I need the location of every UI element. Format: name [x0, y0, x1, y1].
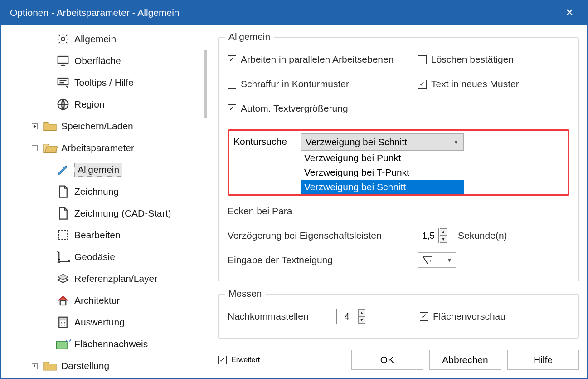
tree-item[interactable]: Region: [5, 94, 208, 115]
checkbox-delete-confirm-label: Löschen bestätigen: [431, 54, 514, 65]
svg-point-11: [61, 322, 62, 324]
tree-item-label: Referenzplan/Layer: [74, 273, 157, 284]
folder-o-icon: [42, 140, 58, 156]
globe-icon: [55, 97, 71, 112]
checkbox-auto-textscale-label: Autom. Textvergrößerung: [241, 103, 348, 114]
text-slant-label: Eingabe der Textneigung: [228, 255, 418, 266]
tree-item[interactable]: YZXGeodäsie: [5, 246, 208, 268]
checkbox-erweitert-label: Erweitert: [231, 356, 260, 364]
decimals-label: Nachkommastellen: [228, 311, 336, 322]
tree-item[interactable]: Oberfläche: [5, 50, 208, 72]
dialog-footer: ✓ Erweitert OK Abbrechen Hilfe: [218, 342, 579, 378]
svg-point-0: [61, 37, 65, 41]
checkbox-parallel-label: Arbeiten in parallelen Arbeitsebenen: [241, 54, 394, 65]
svg-text:m²: m²: [66, 338, 71, 343]
tree-item[interactable]: Zeichnung (CAD-Start): [5, 202, 208, 224]
checkbox-auto-textscale[interactable]: ✓: [228, 104, 236, 113]
svg-point-13: [64, 322, 66, 324]
svg-point-12: [63, 322, 64, 324]
svg-rect-8: [60, 300, 66, 305]
house-icon: [55, 293, 71, 308]
tree-item[interactable]: +Speichern/Laden: [5, 115, 208, 137]
delay-stepper[interactable]: ▲ ▼: [418, 228, 447, 243]
tree-item-label: Allgemein: [74, 163, 122, 177]
tooltip-icon: [55, 75, 71, 90]
delay-input[interactable]: [418, 228, 439, 243]
tree-item-label: Tooltips / Hilfe: [74, 77, 134, 88]
decimals-input[interactable]: [336, 309, 357, 324]
tree-item-label: Zeichnung: [74, 186, 119, 197]
delay-spin-up-icon[interactable]: ▲: [440, 228, 447, 236]
checkbox-delete-confirm[interactable]: [418, 55, 427, 64]
tree-item[interactable]: Allgemein: [5, 28, 208, 50]
pencil-icon: [55, 162, 71, 177]
delay-unit: Sekunde(n): [458, 230, 507, 241]
checkbox-erweitert[interactable]: ✓: [218, 356, 227, 364]
corners-parallel-label: Ecken bei Para: [228, 206, 292, 217]
tree-item[interactable]: −Arbeitsparameter: [5, 137, 208, 159]
decimals-spin-up-icon[interactable]: ▲: [358, 309, 365, 316]
tree-item[interactable]: Referenzplan/Layer: [5, 268, 208, 290]
tree-item-label: Oberfläche: [74, 55, 121, 66]
options-window: Optionen - Arbeitsparameter - Allgemein …: [0, 0, 588, 379]
svg-rect-2: [58, 78, 68, 85]
svg-text:Y: Y: [57, 251, 60, 256]
cancel-button[interactable]: Abbrechen: [429, 350, 501, 370]
tree-item[interactable]: Auswertung: [5, 311, 208, 333]
tree-item[interactable]: Architektur: [5, 290, 208, 311]
decimals-spin-down-icon[interactable]: ▼: [358, 316, 365, 324]
checkbox-parallel[interactable]: ✓: [228, 55, 236, 64]
tree-item-label: Bearbeiten: [74, 230, 121, 241]
delay-label: Verzögerung bei Eigenschaftsleisten: [228, 230, 418, 241]
svg-text:X: X: [68, 259, 70, 264]
svg-point-15: [63, 325, 64, 326]
kontursuche-highlight: Kontursuche Verzweigung bei Schnitt ▼ Ve…: [228, 129, 569, 196]
tree-item-label: Flächennachweis: [74, 339, 148, 349]
scrollbar-thumb[interactable]: [204, 50, 207, 118]
group-allgemein-legend: Allgemein: [225, 31, 274, 42]
kontursuche-option-punkt[interactable]: Verzweigung bei Punkt: [301, 151, 464, 165]
tree-item-label: Region: [74, 99, 105, 110]
checkbox-hatch[interactable]: [228, 80, 236, 89]
checkbox-text-new-pattern[interactable]: ✓: [418, 80, 427, 89]
checkbox-area-preview[interactable]: ✓: [420, 312, 428, 321]
content-pane: Allgemein ✓ Arbeiten in parallelen Arbei…: [210, 25, 587, 378]
nav-tree[interactable]: AllgemeinOberflächeTooltips / HilfeRegio…: [5, 28, 208, 377]
tree-toggle-icon[interactable]: −: [32, 145, 38, 151]
help-button[interactable]: Hilfe: [507, 350, 579, 370]
tree-item[interactable]: Allgemein: [5, 159, 208, 181]
tree-toggle-icon[interactable]: +: [32, 123, 38, 129]
ok-button[interactable]: OK: [351, 350, 423, 370]
decimals-stepper[interactable]: ▲ ▼: [336, 309, 365, 324]
delay-spin-down-icon[interactable]: ▼: [440, 236, 447, 243]
tree-item[interactable]: m²Flächennachweis: [5, 333, 208, 355]
tree-item[interactable]: Tooltips / Hilfe: [5, 72, 208, 94]
area-icon: m²: [55, 336, 71, 352]
tree-item-label: Geodäsie: [74, 251, 115, 262]
titlebar: Optionen - Arbeitsparameter - Allgemein …: [1, 1, 587, 25]
folder-icon: [42, 118, 58, 134]
group-allgemein: Allgemein ✓ Arbeiten in parallelen Arbei…: [218, 37, 579, 281]
text-slant-dropdown[interactable]: I ▼: [418, 252, 456, 268]
layers-icon: [55, 271, 71, 286]
close-icon[interactable]: ✕: [561, 5, 578, 20]
tree-item-label: Architektur: [74, 295, 120, 306]
calc-icon: [55, 315, 71, 330]
tree-item[interactable]: Zeichnung: [5, 181, 208, 202]
page-icon: [55, 184, 71, 199]
tree-item[interactable]: Bearbeiten: [5, 224, 208, 246]
kontursuche-option-tpunkt[interactable]: Verzweigung bei T-Punkt: [301, 165, 464, 180]
svg-text:I: I: [430, 259, 431, 263]
text-slant-glyph-icon: I: [422, 256, 435, 265]
page-icon: [55, 206, 71, 221]
kontursuche-dropdown[interactable]: Verzweigung bei Schnitt ▼ Verzweigung be…: [301, 133, 464, 194]
svg-point-16: [64, 325, 66, 326]
tree-item-label: Zeichnung (CAD-Start): [74, 208, 171, 219]
kontursuche-option-schnitt[interactable]: Verzweigung bei Schnitt: [301, 180, 464, 194]
tree-item[interactable]: +Darstellung: [5, 355, 208, 377]
tree-toggle-icon[interactable]: +: [32, 363, 38, 369]
svg-text:Z: Z: [58, 259, 60, 264]
axes-icon: YZX: [55, 249, 71, 265]
kontursuche-selected[interactable]: Verzweigung bei Schnitt ▼: [301, 133, 464, 151]
select-icon: [55, 227, 71, 243]
